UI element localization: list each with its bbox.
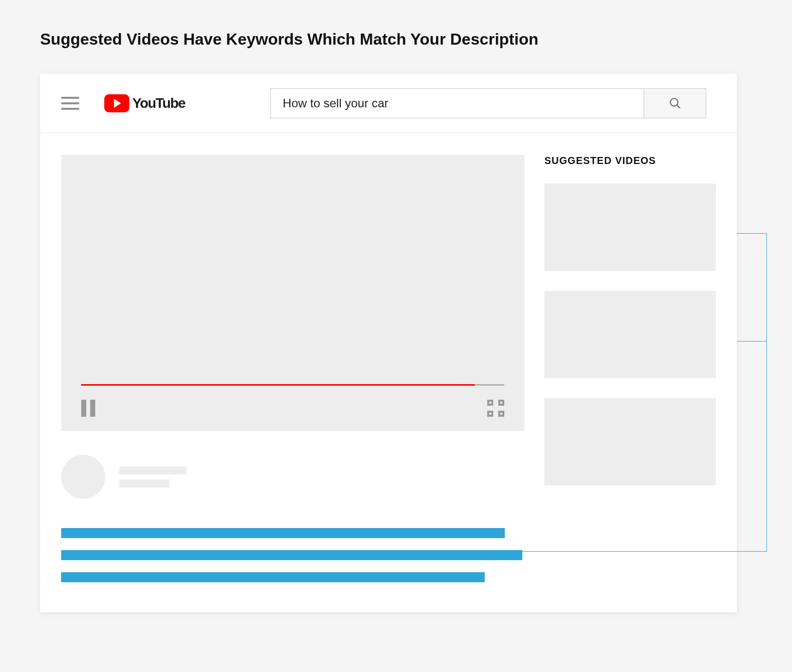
connector-line [737, 233, 767, 341]
connector-line [737, 341, 767, 456]
page-title: Suggested Videos Have Keywords Which Mat… [40, 0, 752, 74]
sidebar-column: SUGGESTED VIDEOS [544, 155, 716, 582]
browser-window: YouTube [40, 74, 737, 612]
fullscreen-icon[interactable] [487, 400, 504, 417]
placeholder-line [119, 466, 186, 474]
channel-row [61, 455, 524, 499]
description-line [61, 572, 485, 582]
placeholder-line [119, 479, 169, 487]
svg-line-1 [677, 105, 680, 108]
pause-icon[interactable] [81, 400, 95, 417]
search-bar [270, 88, 706, 118]
content-body: SUGGESTED VIDEOS [40, 133, 737, 612]
description-line [61, 550, 522, 560]
description-line [61, 528, 505, 538]
video-player[interactable] [61, 155, 524, 431]
progress-track[interactable] [81, 384, 504, 386]
progress-fill [81, 384, 475, 386]
youtube-logo-text: YouTube [132, 95, 185, 111]
header-bar: YouTube [40, 74, 737, 133]
svg-point-0 [670, 98, 678, 106]
youtube-logo[interactable]: YouTube [104, 94, 185, 112]
main-column [61, 155, 524, 582]
avatar[interactable] [61, 455, 105, 499]
search-button[interactable] [644, 89, 706, 118]
suggested-video-thumb[interactable] [544, 398, 716, 485]
search-input[interactable] [271, 89, 644, 118]
description-block [61, 528, 524, 582]
suggested-video-thumb[interactable] [544, 291, 716, 378]
suggested-video-thumb[interactable] [544, 184, 716, 271]
channel-text-placeholder [119, 466, 186, 487]
suggested-heading: SUGGESTED VIDEOS [544, 155, 716, 166]
hamburger-icon[interactable] [61, 97, 79, 110]
search-icon [669, 97, 682, 110]
youtube-play-icon [104, 94, 129, 112]
